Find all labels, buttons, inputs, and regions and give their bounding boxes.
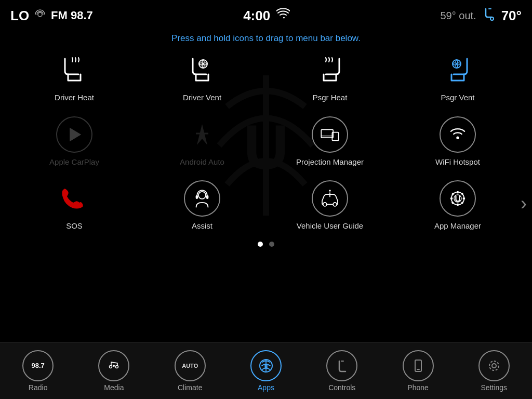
nav-phone[interactable]: Phone xyxy=(384,350,452,392)
app-manager-label: App Manager xyxy=(434,221,481,231)
nav-apps-label: Apps xyxy=(258,383,274,392)
lo-indicator: LO xyxy=(10,8,29,24)
driver-heat-item[interactable]: Driver Heat xyxy=(22,48,126,107)
nav-settings[interactable]: Settings xyxy=(460,350,528,392)
svg-rect-21 xyxy=(457,204,459,206)
svg-marker-6 xyxy=(197,124,207,145)
android-auto-label: Android Auto xyxy=(180,157,224,167)
wifi-hotspot-item[interactable]: WiFi Hotspot xyxy=(406,112,510,171)
vehicle-guide-icon xyxy=(312,180,348,217)
apple-carplay-icon xyxy=(56,116,92,153)
nav-media-label: Media xyxy=(104,383,124,392)
svg-rect-7 xyxy=(321,129,333,138)
assist-icon xyxy=(184,180,220,217)
psgr-vent-icon xyxy=(440,52,476,88)
radio-wave-icon xyxy=(34,9,46,23)
driver-heat-icon xyxy=(56,52,92,88)
outside-temp: 59° out. xyxy=(440,10,476,22)
vehicle-guide-item[interactable]: Vehicle User Guide xyxy=(278,176,382,235)
svg-point-35 xyxy=(492,364,496,368)
nav-climate-icon: AUTO xyxy=(175,350,206,381)
sos-item[interactable]: SOS xyxy=(22,176,126,235)
svg-point-1 xyxy=(490,17,494,20)
apple-carplay-label: Apple CarPlay xyxy=(49,157,99,167)
nav-radio-label: Radio xyxy=(29,383,48,392)
android-auto-item[interactable]: Android Auto xyxy=(150,112,254,171)
nav-media[interactable]: Media xyxy=(80,350,148,392)
android-auto-icon xyxy=(184,116,220,153)
svg-point-0 xyxy=(38,12,42,17)
svg-text:û: û xyxy=(264,363,268,369)
app-grid: Driver Heat Driver Vent xyxy=(0,48,532,235)
svg-point-29 xyxy=(110,365,112,368)
svg-point-28 xyxy=(113,365,115,367)
app-manager-icon xyxy=(440,180,476,217)
psgr-heat-item[interactable]: Psgr Heat xyxy=(278,48,382,107)
nav-radio-icon: 98.7 xyxy=(22,350,54,381)
radio-freq-label: 98.7 xyxy=(31,362,44,369)
svg-rect-13 xyxy=(206,195,208,199)
nav-settings-icon xyxy=(478,350,510,381)
nav-bar: 98.7 Radio Media AUTO Climate û xyxy=(0,342,532,399)
psgr-heat-icon xyxy=(312,52,348,88)
nav-phone-icon xyxy=(403,350,434,381)
svg-point-10 xyxy=(456,136,459,139)
sos-icon xyxy=(56,180,92,217)
page-indicator xyxy=(0,240,532,249)
svg-point-15 xyxy=(333,203,337,206)
driver-vent-label: Driver Vent xyxy=(183,92,221,103)
projection-manager-item[interactable]: Projection Manager xyxy=(278,112,382,171)
driver-heat-label: Driver Heat xyxy=(55,92,94,103)
inside-temp: 70° xyxy=(501,8,522,24)
assist-label: Assist xyxy=(192,221,212,231)
svg-point-36 xyxy=(489,361,499,370)
nav-radio[interactable]: 98.7 Radio xyxy=(4,350,72,392)
nav-apps[interactable]: û Apps xyxy=(232,350,300,392)
nav-climate[interactable]: AUTO Climate xyxy=(156,350,224,392)
row-connectivity: Apple CarPlay Android Auto xyxy=(10,112,522,171)
svg-point-11 xyxy=(198,192,206,199)
nav-controls-icon xyxy=(326,350,357,381)
nav-apps-icon: û xyxy=(250,350,282,381)
vehicle-guide-label: Vehicle User Guide xyxy=(297,221,363,231)
projection-manager-icon xyxy=(312,116,348,153)
svg-rect-12 xyxy=(196,195,198,199)
app-manager-item[interactable]: App Manager xyxy=(406,176,510,235)
svg-point-30 xyxy=(116,365,118,368)
nav-phone-label: Phone xyxy=(407,383,428,392)
driver-vent-item[interactable]: Driver Vent xyxy=(150,48,254,107)
row-seat-controls: Driver Heat Driver Vent xyxy=(10,48,522,107)
nav-controls[interactable]: Controls xyxy=(308,350,376,392)
nav-climate-label: Climate xyxy=(178,383,202,392)
nav-controls-label: Controls xyxy=(328,383,355,392)
psgr-vent-item[interactable]: Psgr Vent xyxy=(406,48,510,107)
svg-rect-22 xyxy=(450,197,453,200)
nav-media-icon xyxy=(98,350,129,381)
apple-carplay-item[interactable]: Apple CarPlay xyxy=(22,112,126,171)
wifi-hotspot-icon xyxy=(440,116,476,153)
nav-settings-label: Settings xyxy=(481,383,508,392)
assist-item[interactable]: Assist xyxy=(150,176,254,235)
psgr-heat-label: Psgr Heat xyxy=(313,92,348,103)
page-dot-2 xyxy=(269,242,274,247)
hint-bar: Press and hold icons to drag to menu bar… xyxy=(0,31,532,48)
next-page-chevron[interactable]: › xyxy=(521,193,527,215)
psgr-vent-label: Psgr Vent xyxy=(441,92,474,103)
svg-marker-5 xyxy=(70,127,81,141)
clock-display: 4:00 xyxy=(243,8,270,24)
row-services: SOS Assist xyxy=(10,176,522,235)
status-bar: LO FM 98.7 4:00 59° out. xyxy=(0,0,532,31)
page-dot-1 xyxy=(258,242,263,247)
fm-display: FM 98.7 xyxy=(51,9,93,22)
sos-label: SOS xyxy=(66,221,83,231)
svg-point-14 xyxy=(323,203,327,206)
wifi-status-icon xyxy=(276,8,290,23)
svg-point-16 xyxy=(329,190,331,192)
svg-rect-20 xyxy=(457,191,459,193)
svg-rect-23 xyxy=(463,197,465,200)
driver-vent-icon xyxy=(184,52,220,88)
projection-manager-label: Projection Manager xyxy=(296,157,364,167)
seat-temp-icon xyxy=(482,7,496,24)
wifi-hotspot-label: WiFi Hotspot xyxy=(435,157,480,167)
hint-text: Press and hold icons to drag to menu bar… xyxy=(171,33,361,43)
